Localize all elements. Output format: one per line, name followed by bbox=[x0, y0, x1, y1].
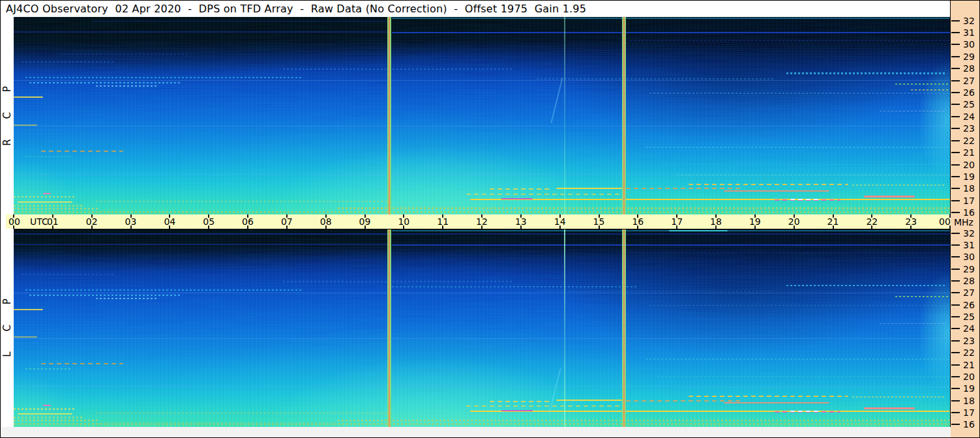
rfi-line bbox=[649, 93, 950, 94]
rfi-line bbox=[649, 305, 950, 306]
rfi-line bbox=[43, 193, 51, 194]
calibration-stripe bbox=[387, 229, 391, 427]
rfi-line bbox=[556, 400, 623, 401]
frequency-tick bbox=[951, 340, 960, 342]
frequency-tick bbox=[951, 212, 960, 213]
frequency-tick-label: 16 bbox=[963, 206, 979, 219]
hour-label: 15 bbox=[589, 214, 609, 229]
rfi-line bbox=[96, 298, 158, 299]
frequency-tick-label: 18 bbox=[963, 182, 979, 195]
rcp-overlays bbox=[14, 17, 950, 215]
time-axis: 00 UTC 00 010203040506070809101112131415… bbox=[6, 214, 951, 229]
frequency-tick bbox=[951, 233, 960, 234]
frequency-tick bbox=[951, 424, 960, 425]
rfi-line bbox=[786, 72, 946, 74]
frequency-tick-label: 32 bbox=[963, 227, 979, 240]
rfi-line bbox=[556, 188, 623, 189]
frequency-tick bbox=[951, 412, 960, 413]
frequency-tick-label: 16 bbox=[963, 418, 979, 431]
hour-label: 14 bbox=[550, 214, 570, 229]
rfi-line bbox=[14, 233, 950, 235]
rfi-line bbox=[14, 205, 84, 207]
frequency-tick bbox=[951, 200, 960, 201]
rfi-line bbox=[338, 207, 950, 209]
rfi-line bbox=[852, 396, 946, 398]
frequency-tick bbox=[951, 116, 960, 117]
rfi-line bbox=[724, 190, 829, 192]
frequency-tick-label: 23 bbox=[963, 122, 979, 135]
frequency-tick-label: 27 bbox=[963, 286, 979, 299]
frequency-tick bbox=[951, 388, 960, 389]
frequency-tick-label: 30 bbox=[963, 250, 979, 263]
hour-label: 23 bbox=[901, 214, 921, 229]
spectrogram-panel-rcp bbox=[14, 17, 950, 215]
bottom-margin bbox=[1, 427, 951, 437]
frequency-tick bbox=[951, 32, 960, 33]
frequency-tick-label: 28 bbox=[963, 62, 979, 75]
frequency-tick-label: 17 bbox=[963, 406, 979, 419]
frequency-tick bbox=[951, 256, 960, 257]
rfi-line bbox=[61, 53, 189, 55]
frequency-gridline bbox=[14, 338, 950, 339]
rfi-line bbox=[392, 244, 950, 246]
rfi-line bbox=[14, 96, 43, 98]
rfi-line bbox=[14, 336, 37, 338]
frequency-gridline bbox=[14, 293, 950, 293]
frequency-tick bbox=[951, 304, 960, 306]
rfi-line bbox=[14, 211, 950, 214]
rfi-line bbox=[657, 376, 950, 377]
hour-label: 04 bbox=[160, 214, 179, 229]
rfi-line bbox=[501, 410, 533, 411]
frequency-tick-label: 22 bbox=[963, 134, 979, 147]
spectrogram-panel-lcp bbox=[14, 229, 950, 427]
rfi-line bbox=[911, 89, 950, 91]
rfi-line bbox=[96, 201, 389, 202]
frequency-tick bbox=[951, 152, 960, 153]
frequency-scale: MHz 323130292827262524232221201918171632… bbox=[951, 1, 979, 437]
rfi-line bbox=[14, 408, 76, 409]
frequency-tick bbox=[951, 92, 960, 93]
frequency-tick-label: 20 bbox=[963, 158, 979, 171]
rfi-line bbox=[25, 156, 72, 158]
rfi-line bbox=[96, 85, 158, 87]
frequency-tick bbox=[951, 68, 960, 69]
hour-label: 18 bbox=[706, 214, 726, 229]
rfi-line bbox=[92, 21, 389, 22]
rfi-line bbox=[466, 405, 622, 407]
hour-label: 09 bbox=[355, 214, 375, 229]
lcp-overlays bbox=[14, 229, 950, 427]
rfi-line bbox=[724, 402, 829, 403]
frequency-tick-label: 29 bbox=[963, 50, 979, 63]
frequency-tick-label: 23 bbox=[963, 334, 979, 347]
rfi-line bbox=[786, 285, 946, 286]
frequency-tick bbox=[951, 269, 960, 270]
rfi-line bbox=[25, 289, 303, 291]
interference-spike-line bbox=[564, 229, 565, 427]
hour-label: 05 bbox=[199, 214, 218, 229]
rfi-line bbox=[895, 83, 950, 85]
frequency-tick-label: 31 bbox=[963, 26, 979, 39]
rfi-line bbox=[14, 423, 950, 426]
hour-label: 07 bbox=[277, 214, 297, 229]
frequency-tick-label: 31 bbox=[963, 239, 979, 252]
hour-label: 11 bbox=[433, 214, 453, 229]
rfi-line bbox=[96, 413, 389, 414]
calibration-stripe bbox=[622, 17, 626, 215]
frequency-tick-label: 21 bbox=[963, 358, 979, 372]
hour-label: 17 bbox=[667, 214, 687, 229]
frequency-tick bbox=[951, 364, 960, 366]
rfi-line bbox=[466, 194, 622, 195]
calibration-stripe bbox=[387, 17, 391, 215]
frequency-gridline bbox=[14, 126, 950, 126]
frequency-tick-label: 27 bbox=[963, 74, 979, 87]
rfi-line bbox=[790, 411, 822, 411]
hour-label: 21 bbox=[824, 214, 843, 229]
rfi-line bbox=[18, 201, 72, 203]
frequency-tick bbox=[951, 316, 960, 317]
hour-label: 03 bbox=[121, 214, 141, 229]
frequency-tick bbox=[951, 244, 960, 246]
frequency-tick bbox=[951, 400, 960, 402]
rfi-line bbox=[283, 281, 513, 282]
rfi-line bbox=[470, 199, 950, 200]
rfi-line bbox=[392, 18, 950, 19]
